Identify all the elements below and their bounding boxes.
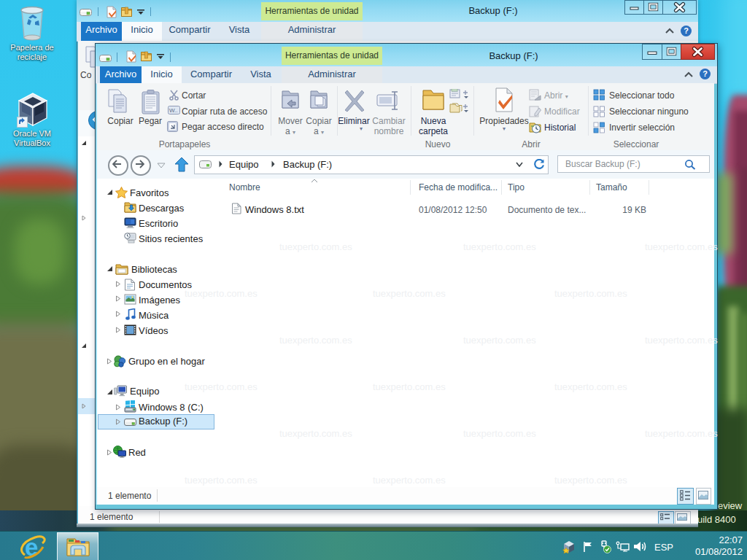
svg-text:W..: W.. (169, 107, 178, 114)
